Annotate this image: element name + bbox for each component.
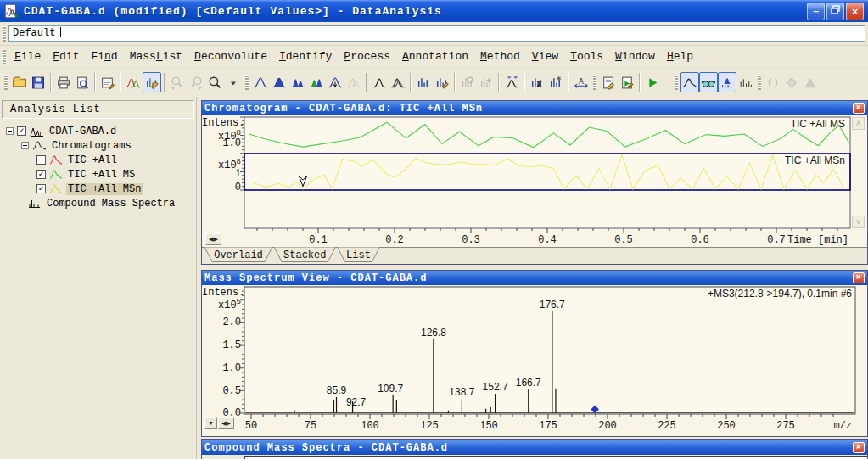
menu-masslist[interactable]: MassList [124, 48, 188, 65]
close-icon[interactable]: × [853, 103, 865, 114]
trace-icon-red [49, 154, 63, 165]
view-mass-spectrum-button[interactable] [699, 72, 718, 92]
tree-label[interactable]: Compound Mass Spectra [45, 198, 176, 210]
tab-list[interactable]: List [338, 247, 380, 262]
tree-label[interactable]: CDAT-GABA.d [48, 126, 118, 137]
compound-spectra-titlebar[interactable]: Compound Mass Spectra - CDAT-GABA.d × [202, 440, 867, 455]
trace-checkbox[interactable] [36, 155, 46, 165]
menu-window[interactable]: Window [609, 48, 661, 65]
chromatogram-tabs: OverlaidStackedList [202, 247, 867, 264]
peak-select-button[interactable] [326, 72, 344, 92]
svg-text:Overlaid: Overlaid [214, 249, 263, 261]
tree-label-selected[interactable]: TIC +All MSn [66, 183, 143, 195]
method-edit-button[interactable] [599, 72, 618, 92]
edit-spectra-button[interactable] [143, 72, 161, 92]
menu-help[interactable]: Help [661, 48, 699, 65]
close-button[interactable]: × [846, 3, 864, 20]
peaks-unavailable-button [344, 72, 363, 92]
baseline-subtract-button[interactable] [389, 72, 407, 92]
tree-item-tic-all-ms[interactable]: TIC +All MS [36, 167, 194, 182]
time-scroll-button[interactable]: ◀▶ [205, 233, 221, 245]
save-button[interactable] [29, 72, 48, 92]
svg-text:0.2: 0.2 [385, 234, 404, 246]
mass-list-edit-button[interactable] [433, 72, 451, 92]
zoom-options-button[interactable] [224, 72, 243, 92]
view-chromatogram-button[interactable] [680, 72, 699, 92]
scroll-down-button[interactable]: ∨ [852, 216, 865, 228]
tree-item-tic-all[interactable]: TIC +All [36, 153, 194, 167]
sum-spectra-button[interactable]: Σ [528, 72, 546, 92]
peaks-double-button[interactable] [288, 72, 307, 92]
close-icon[interactable]: × [853, 442, 865, 453]
tree-label[interactable]: TIC +All MS [66, 169, 137, 181]
sum-spectra-icon: Σ [529, 76, 545, 90]
menu-method[interactable]: Method [474, 48, 526, 65]
svg-text:250: 250 [717, 420, 736, 432]
view-mass-list-button[interactable] [736, 72, 755, 92]
menu-tools[interactable]: Tools [564, 48, 609, 65]
open-button[interactable] [10, 72, 29, 92]
menu-edit[interactable]: Edit [47, 48, 85, 65]
zoom-button[interactable] [205, 72, 224, 92]
tree-item-tic-all-msn[interactable]: TIC +All MSn [36, 182, 194, 196]
tree-label[interactable]: Chromatograms [50, 140, 133, 152]
chromatogram-canvas[interactable]: TIC +All MSTIC +All MSn0.10.20.30.40.50.… [202, 115, 867, 247]
print-button[interactable] [54, 72, 73, 92]
toolbar-separator [410, 73, 412, 92]
toolbar-grip [4, 75, 8, 90]
collapse-icon[interactable] [21, 142, 29, 149]
analysis-checkbox[interactable] [17, 126, 26, 136]
view-compound-spectra-button[interactable] [718, 72, 736, 92]
spectrum-down-button[interactable]: ▼ [204, 417, 217, 429]
tab-stacked[interactable]: Stacked [274, 247, 336, 262]
mass-spectrum-canvas[interactable]: +MS3(212.8->194.7), 0.1min #685.992.7109… [202, 285, 867, 436]
svg-text:225: 225 [658, 420, 676, 432]
menu-find[interactable]: Find [85, 48, 123, 65]
peak-width-button[interactable]: A [572, 72, 591, 92]
tree-item-chromatograms[interactable]: Chromatograms [21, 138, 194, 153]
view-compound-spectra-icon [720, 76, 735, 90]
info-button[interactable] [98, 72, 117, 92]
chromatogram-titlebar[interactable]: Chromatogram - CDAT-GABA.d: TIC +All MSn… [202, 101, 867, 115]
menu-file[interactable]: File [8, 48, 47, 65]
menu-view[interactable]: View [526, 48, 564, 65]
spectra-add-icon [479, 76, 494, 90]
spectrum-scroll-button[interactable]: ◀▶ [218, 417, 234, 429]
svg-text:166.7: 166.7 [516, 377, 541, 389]
tree-label[interactable]: TIC +All [66, 154, 119, 166]
export-analysis-icon [784, 76, 799, 90]
annotate-spectrum-button[interactable]: ** [502, 72, 521, 92]
peak-filled-button[interactable] [270, 72, 288, 92]
menu-annotation[interactable]: Annotation [396, 48, 474, 65]
tree-item-compound-mass-spectra[interactable]: Compound Mass Spectra [28, 196, 194, 210]
print-preview-button[interactable] [73, 72, 92, 92]
smooth-chromatogram-button[interactable] [370, 72, 389, 92]
peaks-multi-button[interactable] [307, 72, 326, 92]
workspace-combo[interactable]: Default [8, 25, 865, 42]
edit-chromatograms-button[interactable] [124, 72, 143, 92]
trace-checkbox[interactable] [36, 170, 46, 179]
y-axis-scale: x105 [202, 297, 241, 311]
svg-text:TIC +All MSn: TIC +All MSn [785, 154, 845, 166]
collapse-icon[interactable] [6, 127, 14, 135]
method-run-edit-button[interactable] [618, 72, 636, 92]
scroll-up-button[interactable]: ∧ [852, 117, 865, 130]
peak-outline-icon [253, 76, 268, 90]
mass-spectrum-titlebar[interactable]: Mass Spectrum View - CDAT-GABA.d × [202, 271, 867, 285]
deconvolute-spectra-button[interactable]: * [546, 72, 565, 92]
svg-text:+MS3(212.8->194.7), 0.1min #6: +MS3(212.8->194.7), 0.1min #6 [708, 288, 852, 299]
tree-item-analysis[interactable]: CDAT-GABA.d [6, 124, 194, 138]
restore-button[interactable] [826, 3, 844, 20]
menu-process[interactable]: Process [338, 48, 396, 65]
tab-overlaid[interactable]: Overlaid [204, 247, 272, 262]
trace-checkbox[interactable] [36, 184, 46, 193]
mass-list-button[interactable] [414, 72, 433, 92]
report-icon [803, 76, 818, 90]
menu-deconvolute[interactable]: Deconvolute [188, 48, 273, 65]
toolbar-separator [164, 73, 165, 92]
peak-outline-button[interactable] [251, 72, 270, 92]
run-method-button[interactable] [643, 72, 662, 92]
close-icon[interactable]: × [853, 272, 865, 283]
minimize-button[interactable]: – [807, 3, 825, 20]
menu-identify[interactable]: Identify [273, 48, 338, 65]
